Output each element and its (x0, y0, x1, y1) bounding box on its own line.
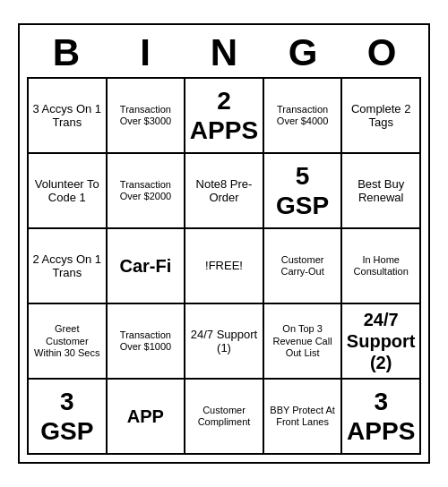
bingo-grid: 3 Accys On 1 TransTransaction Over $3000… (27, 77, 421, 455)
bingo-cell-16: Transaction Over $1000 (108, 304, 186, 380)
bingo-cell-10: 2 Accys On 1 Trans (29, 229, 108, 304)
bingo-cell-9: Best Buy Renewal (342, 154, 421, 229)
bingo-cell-11: Car-Fi (108, 229, 186, 304)
header-b: B (29, 32, 104, 73)
bingo-cell-15: Greet Customer Within 30 Secs (29, 304, 108, 380)
bingo-cell-20: 3GSP (29, 380, 108, 455)
bingo-cell-2: 2APPS (185, 79, 264, 154)
bingo-cell-21: APP (108, 380, 186, 455)
bingo-cell-3: Transaction Over $4000 (264, 79, 343, 154)
bingo-cell-17: 24/7 Support (1) (185, 304, 264, 380)
bingo-cell-24: 3APPS (342, 380, 421, 455)
bingo-cell-23: BBY Protect At Front Lanes (264, 380, 343, 455)
header-g: G (265, 32, 340, 73)
bingo-cell-18: On Top 3 Revenue Call Out List (264, 304, 343, 380)
bingo-cell-19: 24/7Support(2) (342, 304, 421, 380)
bingo-cell-12: !FREE! (185, 229, 264, 304)
header-o: O (344, 32, 419, 73)
bingo-header: B I N G O (27, 32, 421, 73)
header-n: N (186, 32, 262, 73)
header-i: I (108, 32, 183, 73)
bingo-cell-13: Customer Carry-Out (264, 229, 343, 304)
bingo-cell-6: Transaction Over $2000 (108, 154, 186, 229)
bingo-cell-0: 3 Accys On 1 Trans (29, 79, 108, 154)
bingo-cell-7: Note8 Pre-Order (185, 154, 264, 229)
bingo-cell-22: Customer Compliment (185, 380, 264, 455)
bingo-cell-14: In Home Consultation (342, 229, 421, 304)
bingo-cell-4: Complete 2 Tags (342, 79, 421, 154)
bingo-cell-5: Volunteer To Code 1 (29, 154, 108, 229)
bingo-cell-8: 5GSP (264, 154, 343, 229)
bingo-card: B I N G O 3 Accys On 1 TransTransaction … (18, 23, 430, 464)
bingo-cell-1: Transaction Over $3000 (108, 79, 186, 154)
